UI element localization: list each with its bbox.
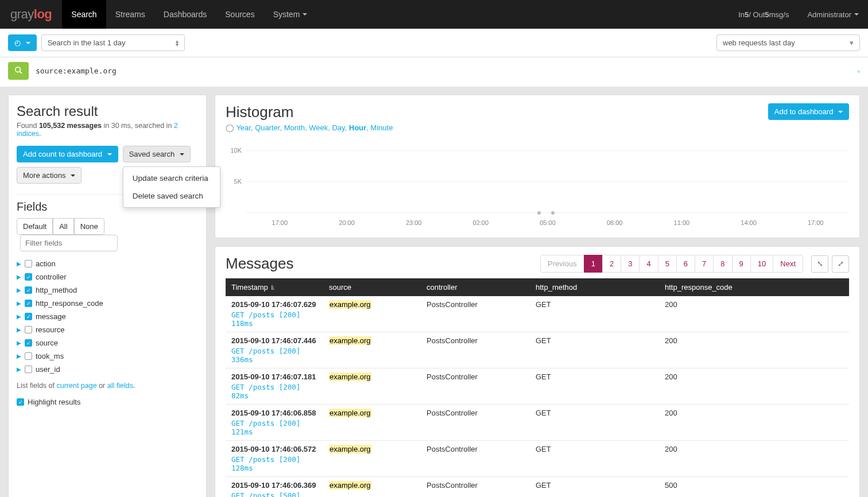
controller-value: PostsController bbox=[421, 405, 530, 441]
brand-logo[interactable]: graylog bbox=[0, 7, 62, 22]
current-page-link[interactable]: current page bbox=[56, 382, 96, 390]
col-http_response_code[interactable]: http_response_code bbox=[659, 278, 849, 296]
col-http_method[interactable]: http_method bbox=[530, 278, 659, 296]
page-3[interactable]: 3 bbox=[621, 255, 640, 273]
fields-all-button[interactable]: All bbox=[53, 218, 73, 235]
ff-pre: List fields of bbox=[17, 382, 56, 390]
add-dashboard-button[interactable]: Add to dashboard bbox=[768, 103, 849, 120]
y-tick-label: 10K bbox=[230, 147, 242, 154]
highlight-toggle[interactable]: ✓ Highlight results bbox=[17, 398, 198, 406]
highlight-checkbox[interactable]: ✓ bbox=[17, 398, 24, 406]
page-next[interactable]: Next bbox=[773, 255, 803, 273]
x-tick-label: 20:00 bbox=[313, 219, 381, 226]
nav-streams[interactable]: Streams bbox=[106, 0, 154, 29]
table-row[interactable]: 2015-09-10 17:46:07.181GET /posts [200] … bbox=[226, 368, 849, 405]
nav-search[interactable]: Search bbox=[62, 0, 106, 29]
nav-dashboards[interactable]: Dashboards bbox=[154, 0, 216, 29]
time-refresh-button[interactable]: ◴ bbox=[8, 34, 37, 51]
fields-none-button[interactable]: None bbox=[74, 218, 104, 235]
interval-quarter[interactable]: Quarter bbox=[255, 123, 280, 132]
field-item-controller[interactable]: ▶ ✓ controller bbox=[17, 270, 198, 284]
table-row[interactable]: 2015-09-10 17:46:06.369GET /posts [500] … bbox=[226, 477, 849, 498]
chevron-down-icon: ▾ bbox=[850, 38, 854, 47]
expand-icon[interactable]: ▶ bbox=[17, 287, 21, 293]
table-row[interactable]: 2015-09-10 17:46:07.446GET /posts [200] … bbox=[226, 332, 849, 368]
expand-icon[interactable]: ▶ bbox=[17, 366, 21, 372]
expand-icon[interactable]: ▶ bbox=[17, 313, 21, 320]
page-10[interactable]: 10 bbox=[750, 255, 773, 273]
field-checkbox[interactable]: ✓ bbox=[25, 313, 32, 320]
interval-week[interactable]: Week bbox=[309, 123, 328, 132]
expand-button[interactable]: ⤡ bbox=[811, 255, 828, 273]
lightbulb-icon[interactable]: ◦ bbox=[857, 67, 860, 76]
interval-hour[interactable]: Hour bbox=[349, 123, 366, 132]
user-menu[interactable]: Administrator bbox=[798, 10, 868, 19]
table-row[interactable]: 2015-09-10 17:46:07.629GET /posts [200] … bbox=[226, 296, 849, 332]
collapse-button[interactable]: ⤢ bbox=[832, 255, 849, 273]
x-tick-label: 02:00 bbox=[447, 219, 514, 226]
col-source[interactable]: source bbox=[323, 278, 421, 296]
chart-x-labels: 17:0020:0023:0002:0005:0008:0011:0014:00… bbox=[246, 219, 849, 226]
saved-search-button[interactable]: Saved search bbox=[123, 146, 191, 162]
filter-fields-input[interactable] bbox=[20, 235, 118, 251]
field-checkbox[interactable] bbox=[25, 260, 32, 267]
more-actions-button[interactable]: More actions bbox=[17, 167, 82, 184]
page-previous[interactable]: Previous bbox=[540, 255, 584, 273]
field-checkbox[interactable]: ✓ bbox=[25, 339, 32, 347]
fields-footer: List fields of current page or all field… bbox=[17, 382, 198, 390]
page-8[interactable]: 8 bbox=[713, 255, 732, 273]
menu-delete-search[interactable]: Delete saved search bbox=[123, 187, 220, 205]
interval-day[interactable]: Day bbox=[332, 123, 344, 132]
histogram-chart[interactable]: 5K10K 17:0020:0023:0002:0005:0008:0011:0… bbox=[226, 138, 849, 230]
field-checkbox[interactable] bbox=[25, 352, 32, 360]
caret-icon bbox=[107, 153, 112, 156]
field-item-user_id[interactable]: ▶ user_id bbox=[17, 363, 198, 376]
nav-sources[interactable]: Sources bbox=[216, 0, 264, 29]
expand-icon[interactable]: ▶ bbox=[17, 261, 21, 267]
interval-month[interactable]: Month bbox=[284, 123, 305, 132]
expand-icon[interactable]: ▶ bbox=[17, 300, 21, 306]
page-6[interactable]: 6 bbox=[676, 255, 695, 273]
expand-icon[interactable]: ▶ bbox=[17, 327, 21, 333]
field-item-http_response_code[interactable]: ▶ ✓ http_response_code bbox=[17, 297, 198, 310]
page-1[interactable]: 1 bbox=[584, 255, 603, 273]
caret-icon bbox=[180, 153, 184, 156]
add-count-button[interactable]: Add count to dashboard bbox=[17, 146, 118, 162]
field-checkbox[interactable] bbox=[25, 366, 32, 373]
table-row[interactable]: 2015-09-10 17:46:06.858GET /posts [200] … bbox=[226, 405, 849, 441]
page-7[interactable]: 7 bbox=[695, 255, 714, 273]
field-item-took_ms[interactable]: ▶ took_ms bbox=[17, 350, 198, 363]
fields-default-button[interactable]: Default bbox=[17, 218, 53, 235]
saved-search-select[interactable]: web requests last day ▾ bbox=[716, 34, 860, 51]
field-checkbox[interactable]: ✓ bbox=[25, 286, 32, 294]
page-5[interactable]: 5 bbox=[658, 255, 677, 273]
time-range-select[interactable]: Search in the last 1 day ▴▾ bbox=[41, 34, 185, 51]
expand-icon[interactable]: ▶ bbox=[17, 353, 21, 359]
field-item-resource[interactable]: ▶ resource bbox=[17, 323, 198, 336]
nav-system[interactable]: System bbox=[264, 0, 317, 29]
interval-year[interactable]: Year bbox=[236, 123, 251, 132]
expand-icon[interactable]: ▶ bbox=[17, 274, 21, 280]
interval-minute[interactable]: Minute bbox=[370, 123, 393, 132]
col-controller[interactable]: controller bbox=[421, 278, 530, 296]
field-item-source[interactable]: ▶ ✓ source bbox=[17, 336, 198, 350]
field-checkbox[interactable] bbox=[25, 326, 32, 333]
table-row[interactable]: 2015-09-10 17:46:06.572GET /posts [200] … bbox=[226, 441, 849, 477]
menu-update-search[interactable]: Update search criteria bbox=[123, 169, 220, 187]
field-checkbox[interactable]: ✓ bbox=[25, 300, 32, 307]
page-2[interactable]: 2 bbox=[602, 255, 621, 273]
page-9[interactable]: 9 bbox=[732, 255, 751, 273]
field-item-action[interactable]: ▶ action bbox=[17, 257, 198, 270]
controller-value: PostsController bbox=[421, 368, 530, 405]
page-4[interactable]: 4 bbox=[639, 255, 658, 273]
field-item-message[interactable]: ▶ ✓ message bbox=[17, 310, 198, 323]
view-size-controls: ⤡ ⤢ bbox=[811, 255, 849, 273]
col-timestamp[interactable]: Timestamp I↓ bbox=[226, 278, 323, 296]
table-header-row: Timestamp I↓sourcecontrollerhttp_methodh… bbox=[226, 278, 849, 296]
search-button[interactable] bbox=[8, 62, 29, 80]
field-item-http_method[interactable]: ▶ ✓ http_method bbox=[17, 284, 198, 297]
query-input[interactable]: source:example.org bbox=[34, 64, 851, 77]
field-checkbox[interactable]: ✓ bbox=[25, 273, 32, 281]
all-fields-link[interactable]: all fields bbox=[107, 382, 133, 390]
expand-icon[interactable]: ▶ bbox=[17, 340, 21, 346]
